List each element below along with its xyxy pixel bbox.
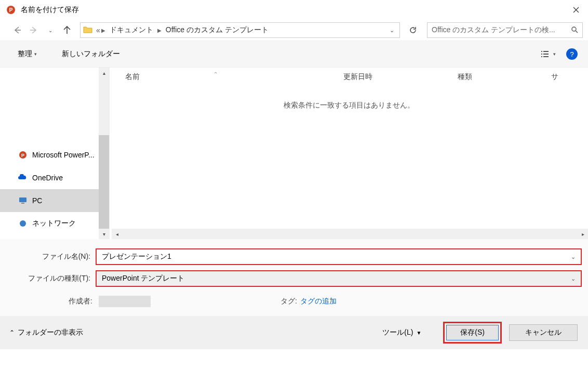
refresh-button[interactable]: [405, 22, 421, 38]
svg-text:P: P: [9, 7, 13, 13]
arrow-up-icon: [62, 25, 72, 35]
svg-point-13: [20, 220, 26, 227]
chevron-down-icon: ▼: [416, 330, 421, 336]
help-icon: ?: [570, 50, 573, 58]
footer: ⌃ フォルダーの非表示 ツール(L) ▼ 保存(S) キャンセル: [0, 316, 588, 349]
chevron-down-icon[interactable]: ⌄: [386, 27, 397, 34]
chevron-down-icon: ▾: [34, 51, 37, 57]
arrow-left-icon: [12, 25, 22, 35]
path-breadcrumb[interactable]: « ▶ ドキュメント ▶ Office のカスタム テンプレート ⌄: [80, 22, 400, 38]
sidebar-item-powerpoint[interactable]: P Microsoft PowerP...: [0, 143, 99, 166]
sidebar-item-label: ネットワーク: [32, 219, 76, 228]
svg-text:P: P: [21, 153, 24, 158]
sidebar-item-network[interactable]: ネットワーク: [0, 212, 99, 235]
save-form: ファイル名(N): プレゼンテーション1 ⌄ ファイルの種類(T): Power…: [0, 239, 588, 316]
sidebar-item-onedrive[interactable]: OneDrive: [0, 166, 99, 189]
chevron-right-icon: ▶: [156, 28, 163, 33]
svg-rect-8: [543, 56, 549, 57]
tag-add-link[interactable]: タグの追加: [300, 297, 337, 306]
network-icon: [18, 218, 28, 229]
sidebar-item-label: PC: [32, 196, 42, 205]
search-input[interactable]: Office のカスタム テンプレートの検...: [427, 22, 583, 38]
filetype-label: ファイルの種類(T):: [6, 274, 96, 283]
sidebar-item-pc[interactable]: PC: [0, 189, 99, 212]
organize-menu[interactable]: 整理 ▾: [15, 47, 40, 61]
sidebar-item-label: Microsoft PowerP...: [32, 151, 95, 159]
svg-rect-5: [541, 54, 542, 55]
scroll-right-icon[interactable]: ▸: [578, 231, 588, 237]
hide-folders-label: フォルダーの非表示: [18, 328, 83, 337]
close-icon: [573, 7, 579, 13]
save-label: 保存(S): [460, 328, 485, 337]
save-button[interactable]: 保存(S): [446, 325, 499, 340]
folder-tree: P Microsoft PowerP... OneDrive PC ネットワーク: [0, 68, 99, 239]
save-button-highlight: 保存(S): [443, 322, 502, 344]
scroll-up-icon[interactable]: ▴: [99, 68, 109, 78]
back-button[interactable]: [10, 23, 24, 37]
file-listing: 名前 ⌃ 更新日時 種類 サ 検索条件に一致する項目はありません。 ◂ ▸: [109, 68, 588, 239]
toolbar: 整理 ▾ 新しいフォルダー ▾ ?: [0, 41, 588, 68]
svg-rect-12: [21, 203, 24, 204]
search-icon: [571, 26, 578, 35]
organize-label: 整理: [18, 49, 32, 59]
chevron-down-icon[interactable]: ⌄: [571, 275, 576, 282]
column-header-name[interactable]: 名前 ⌃: [125, 72, 343, 82]
filetype-select[interactable]: PowerPoint テンプレート ⌄: [96, 270, 582, 287]
hide-folders-toggle[interactable]: ⌃ フォルダーの非表示: [9, 328, 83, 337]
new-folder-button[interactable]: 新しいフォルダー: [59, 47, 123, 61]
powerpoint-icon: P: [18, 150, 28, 160]
arrow-right-icon: [29, 25, 38, 35]
column-headers: 名前 ⌃ 更新日時 種類 サ: [110, 68, 588, 86]
help-button[interactable]: ?: [566, 48, 578, 60]
chevron-right-icon: ▶: [100, 28, 106, 33]
filetype-value: PowerPoint テンプレート: [102, 274, 184, 283]
folder-icon: [83, 24, 94, 36]
sidebar-item-label: OneDrive: [32, 174, 63, 182]
scroll-left-icon[interactable]: ◂: [112, 231, 122, 237]
new-folder-label: 新しいフォルダー: [62, 49, 120, 59]
sidebar: P Microsoft PowerP... OneDrive PC ネットワーク…: [0, 68, 109, 239]
svg-rect-3: [541, 51, 542, 52]
close-button[interactable]: [564, 0, 588, 20]
tag-label: タグ:: [280, 297, 297, 306]
main-area: P Microsoft PowerP... OneDrive PC ネットワーク…: [0, 68, 588, 239]
svg-rect-4: [543, 51, 549, 52]
path-segment-templates[interactable]: Office のカスタム テンプレート: [163, 25, 272, 35]
nav-row: ⌄ « ▶ ドキュメント ▶ Office のカスタム テンプレート ⌄ Off…: [0, 20, 588, 41]
filename-input[interactable]: プレゼンテーション1 ⌄: [96, 248, 582, 265]
cancel-button[interactable]: キャンセル: [509, 324, 578, 341]
path-overflow: «: [96, 26, 100, 34]
scroll-thumb[interactable]: [99, 135, 109, 229]
window-title: 名前を付けて保存: [21, 5, 79, 15]
filename-label: ファイル名(N):: [6, 252, 96, 261]
up-button[interactable]: [60, 23, 74, 37]
sort-indicator-icon: ⌃: [213, 71, 218, 77]
column-header-date[interactable]: 更新日時: [343, 72, 458, 82]
filename-value: プレゼンテーション1: [102, 252, 171, 261]
author-field[interactable]: [99, 296, 151, 307]
column-header-type[interactable]: 種類: [458, 72, 551, 82]
author-label: 作成者:: [6, 297, 96, 306]
tools-menu[interactable]: ツール(L) ▼: [378, 326, 425, 339]
svg-rect-6: [543, 54, 549, 55]
chevron-up-icon: ⌃: [9, 329, 15, 336]
powerpoint-app-icon: P: [6, 5, 16, 15]
view-list-icon: [541, 50, 550, 58]
scroll-down-icon[interactable]: ▾: [99, 229, 109, 239]
cancel-label: キャンセル: [525, 328, 562, 337]
column-header-size[interactable]: サ: [551, 72, 572, 82]
forward-button[interactable]: [27, 23, 41, 37]
onedrive-icon: [18, 173, 28, 183]
pc-icon: [18, 195, 28, 206]
recent-dropdown[interactable]: ⌄: [44, 23, 57, 37]
path-segment-documents[interactable]: ドキュメント: [106, 25, 156, 35]
svg-rect-7: [541, 56, 542, 57]
view-options-button[interactable]: ▾: [538, 48, 559, 60]
chevron-down-icon[interactable]: ⌄: [571, 254, 576, 260]
listing-hscrollbar[interactable]: ◂ ▸: [112, 229, 588, 239]
search-placeholder: Office のカスタム テンプレートの検...: [432, 25, 555, 35]
svg-point-2: [572, 27, 576, 31]
sidebar-scrollbar[interactable]: ▴ ▾: [99, 68, 109, 239]
tools-label: ツール(L): [382, 328, 413, 337]
empty-message: 検索条件に一致する項目はありません。: [110, 101, 588, 110]
